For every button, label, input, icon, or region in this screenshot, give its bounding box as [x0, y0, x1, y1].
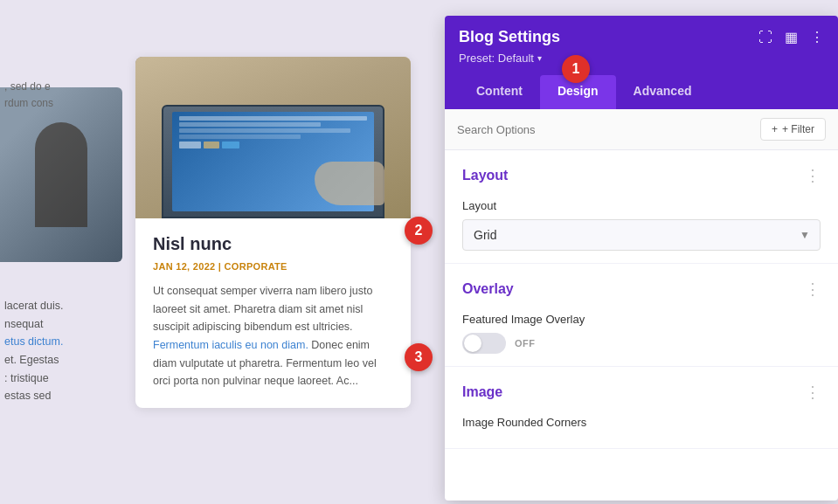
toggle-off-label: OFF [515, 338, 536, 349]
panel-header: Blog Settings ⛶ ▦ ⋮ Preset: Default ▾ Co… [445, 16, 838, 109]
blog-card-image [135, 57, 411, 218]
blog-card-title: Nisl nunc [153, 234, 393, 254]
toggle-wrapper: OFF [462, 333, 821, 354]
overlay-section-menu-icon[interactable]: ⋮ [805, 280, 821, 299]
left-background: , sed do e rdum cons [0, 0, 428, 504]
layout-field-label: Layout [462, 199, 821, 212]
featured-image-overlay-toggle[interactable] [462, 333, 506, 354]
overlay-section-title: Overlay [462, 281, 514, 297]
partial-image-inner [0, 87, 122, 262]
search-bar: + + Filter [445, 109, 838, 150]
panel-content: Layout ⋮ Layout Grid List Masonry ▼ Over… [445, 150, 838, 501]
person-silhouette [35, 122, 87, 227]
filter-plus-icon: + [772, 123, 778, 135]
layout-section-header: Layout ⋮ [462, 166, 821, 185]
image-section-header: Image ⋮ [462, 383, 821, 402]
expand-icon[interactable]: ⛶ [758, 30, 772, 45]
tab-advanced[interactable]: Advanced [616, 75, 710, 109]
partial-image [0, 87, 122, 262]
more-icon[interactable]: ⋮ [810, 29, 824, 45]
image-section-menu-icon[interactable]: ⋮ [805, 383, 821, 402]
blog-card-body: Nisl nunc JAN 12, 2022 | CORPORATE Ut co… [135, 218, 411, 408]
overlay-section: Overlay ⋮ Featured Image Overlay OFF [445, 264, 838, 367]
layout-section: Layout ⋮ Layout Grid List Masonry ▼ [445, 150, 838, 264]
overlay-field-label: Featured Image Overlay [462, 313, 821, 326]
image-section-title: Image [462, 384, 502, 400]
step-3-badge: 3 [405, 343, 433, 371]
image-rounded-corners-label: Image Rounded Corners [462, 416, 821, 429]
panel-header-icons: ⛶ ▦ ⋮ [758, 29, 824, 45]
tab-content[interactable]: Content [459, 75, 540, 109]
preset-arrow: ▾ [537, 53, 542, 63]
blog-card: Nisl nunc JAN 12, 2022 | CORPORATE Ut co… [135, 57, 411, 408]
step-2-badge: 2 [405, 217, 433, 245]
grid-icon[interactable]: ▦ [785, 29, 798, 45]
blog-card-link[interactable]: Fermentum iaculis eu non diam. [153, 339, 308, 351]
layout-section-menu-icon[interactable]: ⋮ [805, 166, 821, 185]
partial-text-bottom: lacerat duis. nsequat etus dictum. et. E… [0, 297, 127, 405]
panel-tabs: Content Design Advanced [459, 75, 824, 109]
layout-select-wrapper: Grid List Masonry ▼ [462, 219, 821, 251]
panel-title: Blog Settings [459, 28, 560, 46]
step-1-badge: 1 [562, 55, 590, 83]
layout-select[interactable]: Grid List Masonry [462, 219, 821, 251]
toggle-knob [464, 335, 481, 352]
search-input[interactable] [457, 123, 760, 136]
overlay-section-header: Overlay ⋮ [462, 280, 821, 299]
blog-card-text: Ut consequat semper viverra nam libero j… [153, 282, 393, 390]
filter-button[interactable]: + + Filter [760, 118, 826, 141]
layout-section-title: Layout [462, 168, 508, 183]
blog-card-meta: JAN 12, 2022 | CORPORATE [153, 261, 393, 272]
image-section: Image ⋮ Image Rounded Corners [445, 367, 838, 449]
partial-text-top: , sed do e rdum cons [0, 79, 135, 112]
settings-panel: Blog Settings ⛶ ▦ ⋮ Preset: Default ▾ Co… [445, 16, 838, 501]
panel-header-top: Blog Settings ⛶ ▦ ⋮ [459, 28, 824, 46]
panel-preset[interactable]: Preset: Default ▾ [459, 52, 824, 65]
